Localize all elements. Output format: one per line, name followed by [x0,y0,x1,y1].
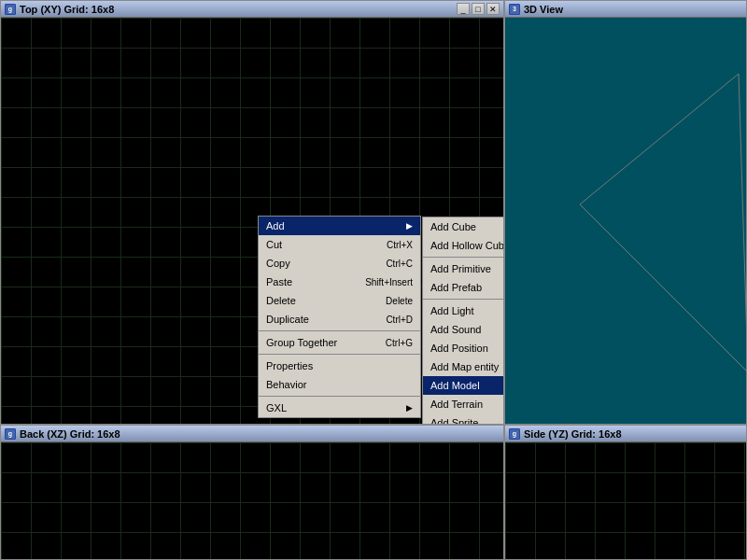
submenu-add-sound[interactable]: Add Sound ▶ [423,320,504,339]
top-right-panel: 3 3D View [504,0,747,425]
bottom-left-content[interactable] [1,442,503,559]
submenu-add-primitive[interactable]: Add Primitive ▶ [423,259,504,278]
submenu-add-prefab[interactable]: Add Prefab [423,278,504,297]
bottom-left-grid [1,442,503,559]
menu-item-add-label: Add [266,220,285,231]
menu-item-group[interactable]: Group Together Ctrl+G [259,333,420,352]
submenu-add-sprite-label: Add Sprite [430,417,478,425]
top-left-icon: g [5,4,16,15]
maximize-button[interactable]: □ [472,3,485,15]
separator-3 [259,396,420,397]
separator-2 [259,354,420,355]
bottom-right-title: Side (YZ) Grid: 16x8 [524,428,622,440]
bottom-right-titlebar: g Side (YZ) Grid: 16x8 [505,426,746,442]
3d-scene-svg [505,18,746,424]
context-menu: Add ▶ Cut Ctrl+X Copy Ctrl+C Paste Shift… [258,216,421,418]
menu-item-cut-shortcut: Ctrl+X [387,240,413,250]
menu-item-group-label: Group Together [266,337,337,348]
svg-line-2 [739,74,746,372]
top-left-titlebar: g Top (XY) Grid: 16x8 _ □ ✕ [1,1,503,18]
close-button[interactable]: ✕ [486,3,500,15]
menu-item-copy-label: Copy [266,258,290,269]
workspace: g Top (XY) Grid: 16x8 _ □ ✕ Add ▶ Cut Ct… [0,0,747,560]
submenu-add-hollow-cube-label: Add Hollow Cube [430,240,504,251]
menu-item-delete-label: Delete [266,295,296,306]
bottom-right-grid [505,442,746,559]
menu-item-cut[interactable]: Cut Ctrl+X [259,235,420,254]
top-left-panel: g Top (XY) Grid: 16x8 _ □ ✕ Add ▶ Cut Ct… [0,0,504,425]
svg-line-0 [580,204,746,372]
menu-item-gxl-arrow: ▶ [406,403,413,413]
bottom-left-panel: g Back (XZ) Grid: 16x8 [0,425,504,560]
submenu-add-cube[interactable]: Add Cube ▶ [423,217,504,236]
top-right-icon: 3 [509,4,520,15]
menu-item-paste-shortcut: Shift+Insert [365,277,413,287]
menu-item-delete[interactable]: Delete Delete [259,291,420,310]
menu-item-gxl-label: GXL [266,402,287,413]
bottom-right-icon: g [509,428,520,440]
bottom-right-panel: g Side (YZ) Grid: 16x8 [504,425,747,560]
bottom-left-titlebar: g Back (XZ) Grid: 16x8 [1,426,503,442]
menu-item-copy-shortcut: Ctrl+C [386,259,413,269]
submenu-add-sound-label: Add Sound [430,324,481,335]
submenu-add-model[interactable]: Add Model [423,376,504,395]
submenu-add-light-label: Add Light [430,305,473,316]
menu-item-group-shortcut: Ctrl+G [386,338,413,348]
menu-item-duplicate[interactable]: Duplicate Ctrl+D [259,310,420,329]
menu-item-duplicate-shortcut: Ctrl+D [386,315,413,325]
svg-line-1 [580,74,739,204]
menu-item-add[interactable]: Add ▶ [259,217,420,235]
separator-1 [259,330,420,331]
top-left-title: Top (XY) Grid: 16x8 [20,4,114,15]
submenu-separator-1 [423,257,504,258]
menu-item-duplicate-label: Duplicate [266,314,309,325]
submenu-add-position[interactable]: Add Position [423,339,504,357]
top-right-title: 3D View [524,4,563,15]
submenu-add-terrain[interactable]: Add Terrain [423,395,504,413]
top-left-controls: _ □ ✕ [457,3,500,15]
submenu-add-cube-label: Add Cube [430,221,476,232]
submenu-add-terrain-label: Add Terrain [430,399,483,410]
submenu-add-hollow-cube[interactable]: Add Hollow Cube ▶ [423,236,504,255]
menu-item-properties[interactable]: Properties [259,357,420,375]
add-submenu: Add Cube ▶ Add Hollow Cube ▶ Add Primiti… [422,217,504,425]
submenu-add-prefab-label: Add Prefab [430,282,482,293]
menu-item-behavior-label: Behavior [266,379,306,390]
submenu-add-light[interactable]: Add Light [423,301,504,320]
submenu-add-position-label: Add Position [430,343,488,354]
3d-view-content[interactable] [505,18,746,424]
menu-item-gxl[interactable]: GXL ▶ [259,399,420,417]
menu-item-properties-label: Properties [266,360,313,371]
bottom-right-content[interactable] [505,442,746,559]
menu-item-add-arrow: ▶ [406,221,413,231]
submenu-add-primitive-label: Add Primitive [430,263,491,274]
bottom-left-icon: g [5,428,16,440]
submenu-separator-2 [423,299,504,300]
submenu-add-model-label: Add Model [430,380,480,391]
menu-item-paste-label: Paste [266,276,292,287]
menu-item-behavior[interactable]: Behavior [259,375,420,394]
menu-item-paste[interactable]: Paste Shift+Insert [259,273,420,291]
submenu-add-map-entity-label: Add Map entity [430,361,499,372]
menu-item-cut-label: Cut [266,239,282,250]
minimize-button[interactable]: _ [457,3,470,15]
submenu-add-map-entity[interactable]: Add Map entity [423,357,504,376]
menu-item-copy[interactable]: Copy Ctrl+C [259,254,420,273]
bottom-left-title: Back (XZ) Grid: 16x8 [20,428,120,440]
menu-item-delete-shortcut: Delete [386,296,413,306]
top-right-titlebar: 3 3D View [505,1,746,18]
submenu-add-sprite[interactable]: Add Sprite [423,413,504,425]
